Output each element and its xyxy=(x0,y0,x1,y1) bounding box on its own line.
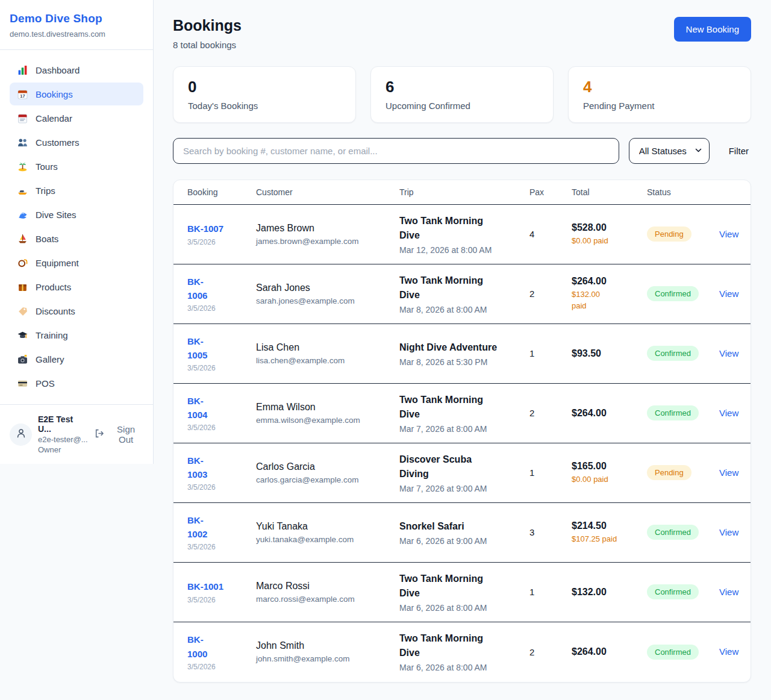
sidebar-item-label: Calendar xyxy=(36,113,72,123)
stat-label: Pending Payment xyxy=(583,101,736,111)
sidebar-item-dashboard[interactable]: Dashboard xyxy=(10,58,143,81)
sidebar-item-tours[interactable]: Tours xyxy=(10,155,143,178)
sidebar-item-calendar[interactable]: Calendar xyxy=(10,107,143,130)
view-link[interactable]: View xyxy=(719,527,738,537)
sidebar-item-label: Discounts xyxy=(36,306,75,316)
action-cell: View xyxy=(719,467,751,478)
new-booking-button[interactable]: New Booking xyxy=(674,17,751,42)
island-icon xyxy=(17,161,28,172)
sidebar-item-customers[interactable]: Customers xyxy=(10,131,143,154)
stat-label: Today's Bookings xyxy=(188,101,341,111)
booking-id-link[interactable]: BK- 1003 xyxy=(187,454,207,482)
booking-id-link[interactable]: BK-1001 xyxy=(187,580,223,593)
booking-date: 3/5/2026 xyxy=(187,483,256,492)
booking-cell: BK-1001 3/5/2026 xyxy=(187,580,256,604)
total-cell: $214.50 $107.25 paid xyxy=(572,520,647,545)
total-cell: $132.00 xyxy=(572,587,647,598)
page-header-text: Bookings 8 total bookings xyxy=(173,17,242,50)
trip-name: Snorkel Safari xyxy=(399,519,529,534)
customer-cell: Lisa Chen lisa.chen@example.com xyxy=(256,342,399,365)
trip-cell: Night Dive Adventure Mar 8, 2026 at 5:30… xyxy=(399,340,529,367)
status-cell: Confirmed xyxy=(647,405,719,420)
customer-name: Emma Wilson xyxy=(256,402,399,413)
sidebar-item-label: Products xyxy=(36,282,71,292)
total-cell: $93.50 xyxy=(572,348,647,359)
sidebar-item-products[interactable]: Products xyxy=(10,275,143,298)
total-amount: $93.50 xyxy=(572,348,647,359)
trip-datetime: Mar 8, 2026 at 5:30 PM xyxy=(399,357,529,367)
booking-id-link[interactable]: BK- 1000 xyxy=(187,633,207,661)
stat-label: Upcoming Confirmed xyxy=(386,101,538,111)
sign-out-button[interactable]: Sign Out xyxy=(94,424,143,445)
booking-id-link[interactable]: BK- 1006 xyxy=(187,275,207,303)
view-link[interactable]: View xyxy=(719,408,738,418)
sidebar-item-training[interactable]: Training xyxy=(10,323,143,346)
view-link[interactable]: View xyxy=(719,467,738,478)
credit-card-icon xyxy=(17,378,28,389)
sidebar-item-equipment[interactable]: Equipment xyxy=(10,251,143,274)
sidebar-item-gallery[interactable]: Gallery xyxy=(10,348,143,370)
trip-datetime: Mar 7, 2026 at 9:00 AM xyxy=(399,484,529,493)
search-input[interactable] xyxy=(173,138,619,164)
customer-name: James Brown xyxy=(256,223,399,234)
logout-icon xyxy=(94,428,104,440)
table-row: BK-1007 3/5/2026 James Brown james.brown… xyxy=(173,205,751,264)
people-icon xyxy=(17,137,28,148)
trip-datetime: Mar 8, 2026 at 8:00 AM xyxy=(399,305,529,314)
camera-icon xyxy=(17,354,28,364)
customer-cell: Carlos Garcia carlos.garcia@example.com xyxy=(256,461,399,484)
pax-cell: 1 xyxy=(529,587,572,597)
action-cell: View xyxy=(719,408,751,419)
status-filter-select[interactable]: All Statuses xyxy=(629,138,710,164)
grad-cap-icon xyxy=(17,330,28,340)
booking-date: 3/5/2026 xyxy=(187,304,256,313)
calendar-17-icon: 17 xyxy=(17,89,28,99)
total-cell: $264.00 xyxy=(572,408,647,419)
filter-button[interactable]: Filter xyxy=(726,142,751,160)
view-link[interactable]: View xyxy=(719,229,738,239)
view-link[interactable]: View xyxy=(719,289,738,299)
sidebar-item-label: Training xyxy=(36,330,68,340)
trip-datetime: Mar 6, 2026 at 8:00 AM xyxy=(399,603,529,613)
sidebar-item-dive-sites[interactable]: Dive Sites xyxy=(10,203,143,226)
table-row: BK- 1002 3/5/2026 Yuki Tanaka yuki.tanak… xyxy=(173,503,751,563)
column-header-customer: Customer xyxy=(256,187,399,197)
status-cell: Confirmed xyxy=(647,584,719,599)
booking-cell: BK- 1005 3/5/2026 xyxy=(187,334,256,373)
sidebar-item-bookings[interactable]: 17 Bookings xyxy=(10,83,143,105)
view-link[interactable]: View xyxy=(719,587,738,597)
sidebar-item-boats[interactable]: Boats xyxy=(10,227,143,250)
logo-block: Demo Dive Shop demo.test.divestreams.com xyxy=(0,0,153,50)
customer-cell: James Brown james.brown@example.com xyxy=(256,223,399,246)
booking-id-link[interactable]: BK-1007 xyxy=(187,222,223,236)
stat-value: 4 xyxy=(583,78,736,96)
wave-icon xyxy=(17,209,28,220)
booking-cell: BK- 1002 3/5/2026 xyxy=(187,513,256,552)
sailboat-icon xyxy=(17,233,28,244)
app-domain: demo.test.divestreams.com xyxy=(10,30,143,39)
sidebar-item-label: POS xyxy=(36,378,55,389)
booking-id-link[interactable]: BK- 1002 xyxy=(187,513,207,542)
table-row: BK- 1005 3/5/2026 Lisa Chen lisa.chen@ex… xyxy=(173,324,751,384)
sidebar-item-discounts[interactable]: Discounts xyxy=(10,299,143,322)
trip-cell: Two Tank Morning Dive Mar 6, 2026 at 8:0… xyxy=(399,572,529,613)
total-amount: $264.00 xyxy=(572,276,647,287)
speedboat-icon xyxy=(17,185,28,196)
sidebar-item-label: Gallery xyxy=(36,354,64,364)
sidebar-item-trips[interactable]: Trips xyxy=(10,179,143,202)
stat-card-upcoming-confirmed: 6 Upcoming Confirmed xyxy=(370,66,554,123)
action-cell: View xyxy=(719,348,751,359)
booking-id-link[interactable]: BK- 1005 xyxy=(187,334,207,363)
booking-id-link[interactable]: BK- 1004 xyxy=(187,394,207,422)
total-amount: $264.00 xyxy=(572,408,647,419)
customer-email: sarah.jones@example.com xyxy=(256,296,399,305)
action-cell: View xyxy=(719,229,751,240)
user-name: E2E Test U... xyxy=(38,414,88,434)
sidebar-item-pos[interactable]: POS xyxy=(10,372,143,395)
view-link[interactable]: View xyxy=(719,646,738,657)
svg-text:17: 17 xyxy=(20,93,25,98)
page-title: Bookings xyxy=(173,17,242,34)
stat-card-pending-payment: 4 Pending Payment xyxy=(568,66,751,123)
dive-mask-icon xyxy=(17,257,28,268)
view-link[interactable]: View xyxy=(719,348,738,358)
